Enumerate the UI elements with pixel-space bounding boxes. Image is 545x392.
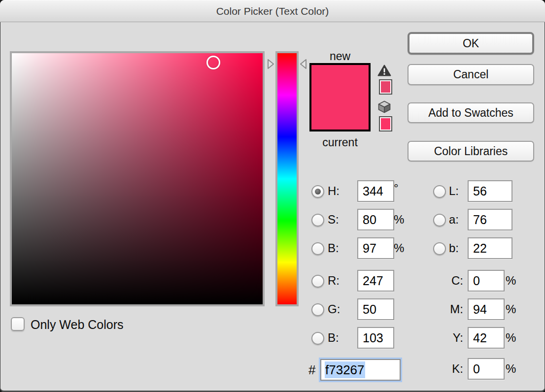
yellow-label: Y: (430, 331, 463, 345)
radio-red[interactable] (311, 275, 324, 288)
brightness-label: B: (328, 241, 339, 255)
lab-b-label: b: (449, 241, 459, 255)
black-unit: % (506, 362, 516, 376)
radio-brightness[interactable] (311, 242, 324, 255)
hue-unit: ° (394, 181, 399, 195)
current-color-swatch[interactable] (311, 98, 369, 130)
hue-arrow-right-icon[interactable] (267, 58, 275, 70)
radio-lab-a[interactable] (433, 214, 446, 227)
brightness-unit: % (394, 241, 404, 255)
add-to-swatches-button[interactable]: Add to Swatches (408, 102, 534, 123)
black-field[interactable]: 0 (468, 358, 505, 380)
saturation-field[interactable]: 80 (357, 209, 394, 230)
brightness-field[interactable]: 97 (357, 237, 394, 259)
saturation-unit: % (394, 213, 404, 227)
saturation-brightness-field[interactable] (10, 51, 265, 306)
hue-slider[interactable] (275, 51, 299, 306)
ok-button[interactable]: OK (408, 32, 534, 55)
magenta-unit: % (506, 302, 516, 316)
magenta-label: M: (430, 302, 463, 316)
hue-field[interactable]: 344 (357, 180, 394, 202)
new-color-swatch (311, 65, 369, 98)
web-safe-color-swatch[interactable] (379, 116, 392, 131)
saturation-label: S: (328, 213, 339, 227)
black-label: K: (430, 362, 463, 376)
hex-hash-label: # (308, 363, 315, 377)
title-bar[interactable]: Color Picker (Text Color) (0, 0, 545, 22)
green-field[interactable]: 50 (357, 298, 394, 320)
lab-a-field[interactable]: 76 (468, 209, 512, 230)
dialog-title: Color Picker (Text Color) (0, 0, 545, 22)
hex-selected-text: f73267 (325, 361, 365, 378)
cancel-button[interactable]: Cancel (408, 64, 534, 85)
color-libraries-button[interactable]: Color Libraries (408, 141, 534, 162)
radio-lab-b[interactable] (433, 242, 446, 255)
red-field[interactable]: 247 (357, 270, 394, 292)
hex-input[interactable]: f73267 (320, 359, 401, 381)
hue-arrow-left-icon[interactable] (299, 58, 307, 70)
radio-green[interactable] (311, 303, 324, 316)
new-current-swatch (309, 63, 371, 131)
only-web-colors-label: Only Web Colors (31, 318, 124, 331)
gamut-safe-color-swatch[interactable] (379, 79, 392, 95)
lab-a-label: a: (449, 213, 459, 227)
cyan-label: C: (430, 274, 463, 288)
yellow-unit: % (506, 331, 516, 345)
magenta-field[interactable]: 94 (468, 298, 505, 320)
blue-field[interactable]: 103 (357, 327, 394, 349)
lab-l-field[interactable]: 56 (468, 180, 512, 202)
current-color-label: current (309, 136, 371, 149)
hue-label: H: (328, 184, 340, 198)
radio-hue[interactable] (311, 185, 324, 198)
gamut-warning-icon[interactable] (377, 65, 391, 76)
cyan-field[interactable]: 0 (468, 270, 505, 292)
cyan-unit: % (506, 274, 516, 288)
lab-l-label: L: (449, 184, 459, 198)
red-label: R: (328, 274, 340, 288)
lab-b-field[interactable]: 22 (468, 237, 512, 259)
green-label: G: (328, 302, 340, 316)
web-safe-cube-icon[interactable] (378, 100, 391, 113)
radio-lab-l[interactable] (433, 185, 446, 198)
only-web-colors-checkbox[interactable] (11, 317, 25, 331)
color-field-marker[interactable] (206, 56, 220, 69)
radio-saturation[interactable] (311, 214, 324, 227)
radio-blue[interactable] (311, 332, 324, 345)
new-color-label: new (309, 50, 371, 63)
yellow-field[interactable]: 42 (468, 327, 505, 349)
color-picker-dialog: Color Picker (Text Color) new current OK… (0, 0, 545, 392)
blue-label: B: (328, 331, 339, 345)
